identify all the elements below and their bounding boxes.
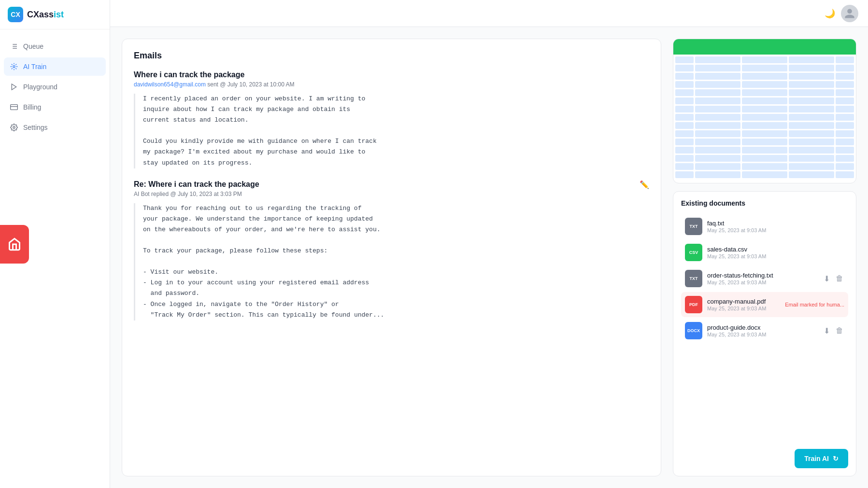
green-bar [673,39,856,55]
logo-text: CXassist [27,10,64,20]
delete-button-order-status[interactable]: 🗑 [835,273,844,284]
train-ai-label: Train AI [804,455,829,462]
doc-item-company-manual[interactable]: PDF company-manual.pdf May 25, 2023 at 9… [681,292,848,317]
email-reply-subject: Re: Where i can track the package ✏️ [134,180,649,189]
docs-panel: Existing documents TXT faq.txt May 25, 2… [673,191,856,476]
doc-icon-pdf-company: PDF [685,296,702,313]
marked-badge: Email marked for huma... [785,302,844,307]
reply-sender: AI Bot [134,191,151,197]
main: 🌙 Emails Where i can track the package d… [110,0,868,488]
svg-point-10 [13,126,15,128]
right-panel: Existing documents TXT faq.txt May 25, 2… [673,39,856,476]
doc-icon-txt-order: TXT [685,270,702,287]
avatar[interactable] [841,5,858,22]
doc-icon-txt-faq: TXT [685,218,702,235]
doc-name-company-manual: company-manual.pdf [707,298,780,305]
doc-info-product-guide: product-guide.docx May 25, 2023 at 9:03 … [707,324,818,337]
train-ai-icon: ↻ [833,455,839,462]
logo-icon: CX [8,7,23,22]
upload-area[interactable] [673,39,856,183]
sidebar-item-queue-label: Queue [23,42,43,50]
email-subject-1: Where i can track the package [134,70,649,79]
doc-info-order-status: order-status-fetching.txt May 25, 2023 a… [707,272,818,285]
sidebar-item-ai-train[interactable]: AI Train [4,57,106,76]
dark-mode-toggle[interactable]: 🌙 [825,8,835,19]
sent-text: sent @ July 10, 2023 at 10:00 AM [207,81,294,88]
doc-date-company-manual: May 25, 2023 at 9:03 AM [707,306,780,311]
doc-actions-order-status: ⬇ 🗑 [823,273,844,284]
sidebar-item-billing-label: Billing [23,103,41,111]
doc-item-sales[interactable]: CSV sales-data.csv May 25, 2023 at 9:03 … [681,240,848,265]
svg-point-6 [13,66,15,68]
sidebar-item-settings[interactable]: Settings [4,118,106,137]
download-button-product-guide[interactable]: ⬇ [823,325,831,336]
content-area: Emails Where i can track the package dav… [110,27,868,488]
sidebar-item-queue[interactable]: Queue [4,37,106,56]
doc-info-faq: faq.txt May 25, 2023 at 9:03 AM [707,220,844,233]
train-ai-button[interactable]: Train AI ↻ [795,449,848,468]
doc-icon-csv-sales: CSV [685,244,702,261]
doc-name-sales: sales-data.csv [707,246,844,253]
email-thread-1: Where i can track the package davidwilso… [134,70,649,168]
delete-button-product-guide[interactable]: 🗑 [835,325,844,336]
email-body-2: Thank you for reaching out to us regardi… [134,203,649,321]
email-reply-meta: AI Bot replied @ July 10, 2023 at 3:03 P… [134,191,649,197]
email-panel-title: Emails [134,51,649,61]
edit-icon[interactable]: ✏️ [640,180,649,189]
reply-text: replied @ July 10, 2023 at 3:03 PM [151,191,242,197]
doc-date-product-guide: May 25, 2023 at 9:03 AM [707,332,818,337]
sidebar-item-billing[interactable]: Billing [4,98,106,116]
doc-date-faq: May 25, 2023 at 9:03 AM [707,227,844,233]
doc-date-sales: May 25, 2023 at 9:03 AM [707,253,844,259]
sidebar-item-ai-train-label: AI Train [23,63,46,70]
email-meta-1: davidwilson654@gmail.com sent @ July 10,… [134,81,649,88]
email-thread-2: Re: Where i can track the package ✏️ AI … [134,180,649,321]
playground-icon [10,83,18,91]
email-body-1: I recently placed an order on your websi… [134,94,649,168]
svg-marker-7 [12,84,16,90]
train-ai-section: Train AI ↻ [681,447,848,468]
spreadsheet-grid [673,55,856,181]
settings-icon [10,123,18,132]
svg-rect-8 [11,105,18,110]
sidebar-nav: Queue AI Train Playground Billing Settin… [0,29,110,144]
floating-red-button[interactable] [0,225,29,264]
doc-name-faq: faq.txt [707,220,844,227]
doc-list: TXT faq.txt May 25, 2023 at 9:03 AM CSV … [681,214,848,447]
doc-item-product-guide[interactable]: DOCX product-guide.docx May 25, 2023 at … [681,318,848,343]
doc-name-product-guide: product-guide.docx [707,324,818,331]
doc-item-order-status[interactable]: TXT order-status-fetching.txt May 25, 20… [681,266,848,291]
billing-icon [10,103,18,112]
sender-email[interactable]: davidwilson654@gmail.com [134,81,207,88]
download-button-order-status[interactable]: ⬇ [823,273,831,284]
logo: CX CXassist [0,0,110,29]
doc-icon-docx-product: DOCX [685,322,702,339]
doc-actions-company-manual: Email marked for huma... [785,302,844,307]
doc-date-order-status: May 25, 2023 at 9:03 AM [707,279,818,285]
docs-title: Existing documents [681,199,848,207]
email-panel: Emails Where i can track the package dav… [122,39,661,476]
doc-info-sales: sales-data.csv May 25, 2023 at 9:03 AM [707,246,844,259]
sidebar-item-playground[interactable]: Playground [4,78,106,96]
doc-name-order-status: order-status-fetching.txt [707,272,818,279]
doc-actions-product-guide: ⬇ 🗑 [823,325,844,336]
queue-icon [10,42,18,51]
doc-item-faq[interactable]: TXT faq.txt May 25, 2023 at 9:03 AM [681,214,848,239]
header: 🌙 [110,0,868,27]
doc-info-company-manual: company-manual.pdf May 25, 2023 at 9:03 … [707,298,780,311]
sidebar-item-settings-label: Settings [23,124,48,131]
sidebar-item-playground-label: Playground [23,83,57,91]
ai-train-icon [10,62,18,71]
